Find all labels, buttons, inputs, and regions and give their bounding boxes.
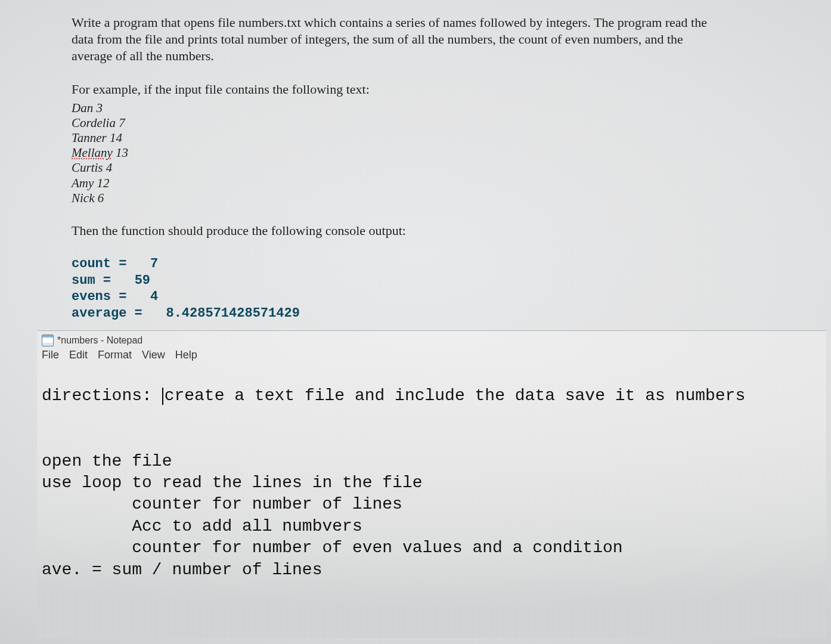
notepad-app-icon xyxy=(42,335,54,346)
menu-view[interactable]: View xyxy=(142,349,165,361)
editor-line: counter for number of even values and a … xyxy=(42,538,623,557)
editor-line: ave. = sum / number of lines xyxy=(42,561,322,579)
notepad-window: *numbers - Notepad File Edit Format View… xyxy=(37,330,826,638)
menu-format[interactable]: Format xyxy=(98,349,132,361)
notepad-titlebar[interactable]: *numbers - Notepad xyxy=(37,331,826,349)
editor-line: counter for number of lines xyxy=(42,495,402,513)
notepad-title-text: *numbers - Notepad xyxy=(57,335,142,346)
console-line-sum: sum = 59 xyxy=(72,273,831,289)
problem-paragraph-2: For example, if the input file contains … xyxy=(72,81,715,98)
editor-line: directions: create a text file and inclu… xyxy=(42,386,745,405)
console-line-evens: evens = 4 xyxy=(72,289,831,305)
editor-line: use loop to read the lines in the file xyxy=(42,473,423,492)
problem-paragraph-1: Write a program that opens file numbers.… xyxy=(72,14,715,64)
menu-edit[interactable]: Edit xyxy=(69,349,88,361)
menu-help[interactable]: Help xyxy=(175,349,197,361)
editor-line: open the file xyxy=(42,452,172,470)
console-line-count: count = 7 xyxy=(72,256,831,273)
sample-input-block: Dan 3 Cordelia 7 Tanner 14 Mellany 13 Cu… xyxy=(72,101,831,206)
notepad-text-area[interactable]: directions: create a text file and inclu… xyxy=(37,363,826,606)
text-caret xyxy=(162,388,163,405)
sample-input-line: Dan 3 xyxy=(72,101,831,116)
console-line-average: average = 8.428571428571429 xyxy=(72,305,831,322)
sample-input-line: Nick 6 xyxy=(72,191,831,206)
editor-line: Acc to add all numbvers xyxy=(42,517,362,535)
sample-input-line: Cordelia 7 xyxy=(72,116,831,131)
sample-input-line: Curtis 4 xyxy=(72,160,831,175)
sample-input-line: Mellany 13 xyxy=(72,145,831,160)
sample-input-line: Tanner 14 xyxy=(72,131,831,145)
sample-input-line: Amy 12 xyxy=(72,176,831,191)
menu-file[interactable]: File xyxy=(42,349,59,361)
problem-paragraph-3: Then the function should produce the fol… xyxy=(72,222,831,239)
notepad-menu-bar: File Edit Format View Help xyxy=(37,349,826,363)
sample-output-block: count = 7 sum = 59 evens = 4 average = 8… xyxy=(72,256,831,321)
